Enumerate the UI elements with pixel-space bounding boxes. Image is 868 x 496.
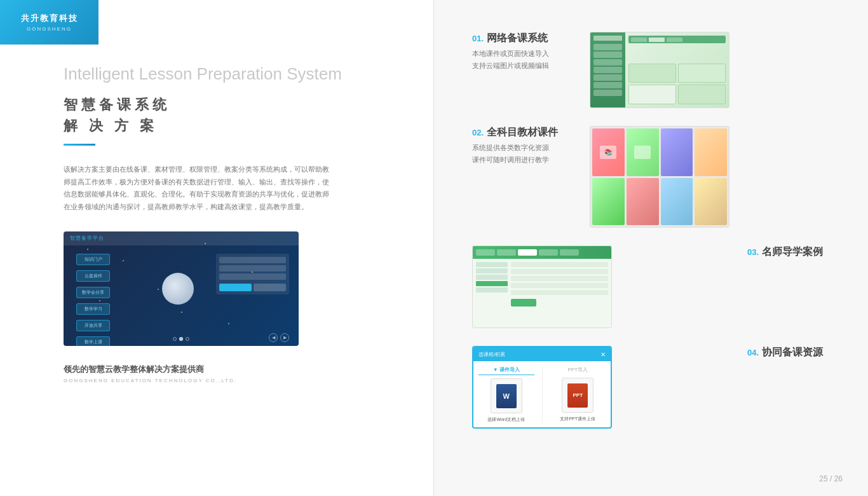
admin-system-screenshot [472,245,612,328]
img-nav-item [631,38,647,42]
img-04-close-btn: ✕ [600,351,606,358]
screenshot-nav-dots [173,337,189,341]
bottom-subtitle: GONGSHENG EDUCATION TECHNOLOGY CO.,LTD. [64,378,389,383]
feature-02-desc-1: 系统提供各类数字化资源 [472,142,574,154]
img-03-row-2 [511,269,608,274]
ss-node-3: 数学会分享 [76,287,110,298]
page-number: 25 / 26 [819,474,843,483]
ss-btn-primary [219,284,252,291]
img-03-header [473,246,611,259]
star [123,260,124,261]
img-cell [628,85,676,104]
img-nav-item-active [649,38,665,42]
feature-01-number: 01. 网络备课系统 [472,32,574,45]
page-container: 共升教育科技 GONGSHENG Intelligent Lesson Prep… [0,0,868,496]
title-cn-line2: 解 决 方 案 [64,115,389,136]
img-cell [678,64,726,83]
img-03-body [473,259,611,310]
bottom-tagline: 领先的智慧云教学整体解决方案提供商 [64,364,389,375]
title-english: Intelligent Lesson Preparation System [64,64,389,85]
img-cell [678,85,726,104]
img-sidebar-title [593,36,622,41]
accent-bar [64,144,95,146]
img-sidebar-item [593,82,622,88]
img-03-side-1 [476,262,508,267]
logo-en: GONGSHENG [27,26,72,32]
img-03-confirm-btn [511,299,536,307]
feature-02-number: 02. 全科目教材课件 [472,126,574,139]
img-main [625,32,729,107]
feature-04-image: 选课程/积累 ✕ ▼ 课件导入 W 选择Word文档上传 [472,346,731,429]
img-04-ppt-icon: PPT [567,383,588,408]
img-04-word-label: 选择Word文档上传 [487,417,525,423]
app-screenshot: 智慧备学平台 知识门户 云盘操作 数学会分享 数学学习 开放共享 数学上课 [64,231,299,346]
feature-01-desc: 本地课件或页面快速导入 支持云端图片或视频编辑 [472,48,574,71]
nav-dot-1 [173,337,177,341]
img-sidebar-item [593,44,622,50]
right-page: 01. 网络备课系统 本地课件或页面快速导入 支持云端图片或视频编辑 [434,0,868,496]
feature-01-number-label: 01. [472,34,484,43]
moon-shape [162,273,194,305]
img-03-nav-3-active [518,249,537,256]
textbook-cell-7 [661,178,693,226]
feature-01-desc-2: 支持云端图片或视频编辑 [472,60,574,72]
img-03-nav-1 [476,249,495,256]
img-sidebar [590,32,625,107]
img-cell [628,64,676,83]
textbook-cell-8 [695,178,727,226]
nav-dot-2 [179,337,183,341]
screenshot-right-panel [216,254,289,294]
features-list: 01. 网络备课系统 本地课件或页面快速导入 支持云端图片或视频编辑 [472,25,836,446]
feature-03-text: 03. 名师导学案例 [747,245,836,261]
feature-02-desc: 系统提供各类数字化资源 课件可随时调用进行教学 [472,142,574,165]
feature-02-text: 02. 全科目教材课件 系统提供各类数字化资源 课件可随时调用进行教学 [472,126,574,165]
img-sidebar-item [593,59,622,65]
arrow-left[interactable]: ◀ [269,333,278,342]
left-page: 共升教育科技 GONGSHENG Intelligent Lesson Prep… [0,0,434,496]
feature-03-number: 03. 名师导学案例 [747,245,836,259]
img-04-option-ppt: PPT导入 PPT 支持PPT课件上传 [550,366,606,423]
img-04-tab-2: PPT导入 [550,366,606,375]
textbook-cell-5 [592,178,625,226]
ss-node-2: 云盘操作 [76,270,110,282]
ss-input-3 [219,273,286,280]
feature-01: 01. 网络备课系统 本地课件或页面快速导入 支持云端图片或视频编辑 [472,32,836,108]
feature-03-number-label: 03. [747,247,759,257]
textbook-cell-6 [627,178,659,226]
ss-node-5: 开放共享 [76,320,110,331]
logo-area: 共升教育科技 GONGSHENG [0,0,98,45]
img-03-row-3 [511,276,608,281]
feature-04-number: 04. 协同备课资源 [747,346,836,359]
ss-input-2 [219,265,286,272]
moon-decoration [162,273,194,305]
img-04-option-word: ▼ 课件导入 W 选择Word文档上传 [478,366,534,423]
textbook-cell-2 [627,128,659,176]
arrow-right[interactable]: ▶ [280,333,289,342]
ss-btn-secondary [254,284,286,291]
img-03-side-2 [476,268,508,273]
screenshot-topbar: 智慧备学平台 [64,231,299,245]
feature-04-number-label: 04. [747,348,759,357]
img-03-sidebar [476,262,508,307]
img-03-side-3 [476,275,508,280]
svg-rect-2 [634,146,651,159]
ss-node-1: 知识门户 [76,254,110,265]
ss-node-4: 数学学习 [76,303,110,315]
img-03-nav-4 [539,249,558,256]
textbook-cell-1: 📚 [592,128,625,176]
screenshot-arrows: ◀ ▶ [269,333,289,342]
img-sidebar-item [593,52,622,58]
img-04-ppt-label: 支持PPT课件上传 [560,416,595,422]
img-04-word-icon: W [496,384,517,408]
svg-text:📚: 📚 [604,148,613,156]
feature-01-image [590,32,836,108]
textbook-cell-3 [661,128,693,176]
screenshot-title: 智慧备学平台 [70,235,104,242]
feature-04: 04. 协同备课资源 选课程/积累 ✕ ▼ 课件导入 [472,346,836,429]
img-04-body: ▼ 课件导入 W 选择Word文档上传 PPT导入 PPT [473,361,611,428]
img-04-title-text: 选课程/积累 [478,351,505,358]
img-sidebar-item [593,74,622,81]
description-text: 该解决方案主要由在线备课、素材管理、权限管理、教案分类等系统构成，可以帮助教师提… [64,163,330,214]
img-03-side-4-active [476,281,508,286]
textbook-cell-4 [695,128,727,176]
